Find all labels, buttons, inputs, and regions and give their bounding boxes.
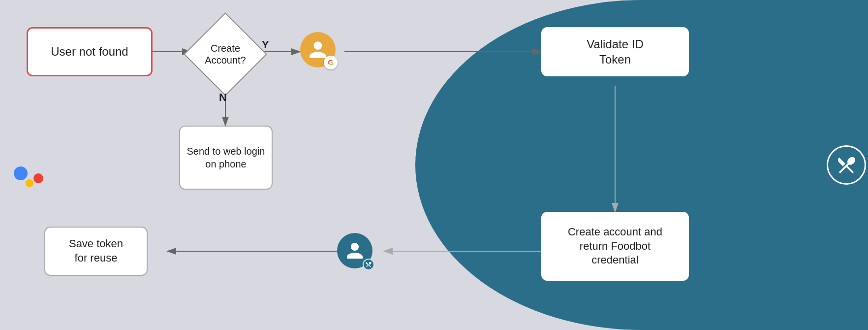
no-label: N	[219, 91, 227, 104]
person-google-icon: G	[300, 32, 336, 67]
google-badge: G	[324, 56, 338, 69]
diamond-label: Create Account?	[205, 42, 246, 66]
user-not-found-box: User not found	[27, 27, 153, 76]
google-assistant-icon	[10, 153, 49, 192]
create-account-return-box: Create account and return Foodbot creden…	[541, 212, 689, 281]
person-foodbot-icon	[337, 233, 372, 268]
fork-knife-small-badge	[363, 259, 374, 270]
validate-id-token-box: Validate ID Token	[541, 27, 689, 76]
fork-knife-large-icon	[827, 145, 866, 185]
svg-point-9	[14, 166, 28, 180]
save-token-box: Save token for reuse	[44, 227, 148, 276]
svg-point-11	[26, 179, 33, 187]
yes-label: Y	[262, 38, 269, 51]
diagram-container: User not found Create Account? Y N G Sen…	[0, 0, 868, 330]
send-web-login-box: Send to web login on phone	[179, 126, 273, 190]
svg-point-10	[33, 173, 43, 183]
create-account-diamond: Create Account?	[191, 20, 260, 89]
